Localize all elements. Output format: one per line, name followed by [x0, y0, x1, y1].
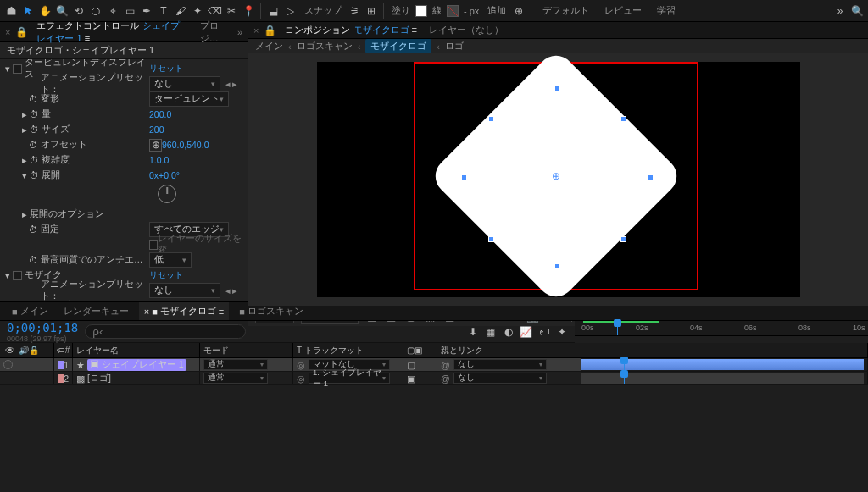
fx1-evolution-value[interactable]: 0x+0.0°	[149, 170, 180, 180]
pen-tool-icon[interactable]: ✒	[139, 3, 154, 19]
layer-row-2[interactable]: 2 ▩ [ロゴ] 通常▾ ◎1. シェイプレイヤー 1▾ ▣ @なし▾	[0, 372, 868, 385]
lock-icon[interactable]: 🔒	[15, 25, 28, 38]
stopwatch-icon[interactable]: ⏱	[30, 170, 39, 180]
label-color[interactable]	[58, 361, 64, 369]
motion-blur-icon[interactable]: ◐	[502, 325, 515, 338]
stamp-tool-icon[interactable]: ✦	[190, 3, 205, 19]
shy-icon[interactable]: ⬇	[466, 325, 479, 338]
matte-icon[interactable]: ◎	[297, 373, 305, 384]
search-icon[interactable]: 🔍	[849, 3, 865, 19]
visibility-toggle[interactable]	[3, 360, 13, 369]
eye-col-icon[interactable]: 👁	[3, 344, 16, 357]
evolution-dial[interactable]	[158, 185, 176, 203]
fill-swatch[interactable]	[415, 5, 427, 17]
col-mode[interactable]: モード	[200, 343, 293, 357]
current-time[interactable]: 0;00;01;18	[7, 321, 78, 334]
track-matte-select[interactable]: 1. シェイプレイヤー 1▾	[309, 373, 390, 384]
add-icon[interactable]: ⊕	[511, 3, 526, 19]
type-tool-icon[interactable]: T	[156, 3, 171, 19]
fx2-preset-select[interactable]: なし▾	[149, 283, 220, 298]
switch-box[interactable]: ▢	[407, 360, 415, 370]
tab-layer-none[interactable]: レイヤー（なし）	[426, 22, 507, 38]
time-ruler[interactable]: 00s 02s 04s 06s 08s 10s	[575, 321, 868, 336]
evolution-options[interactable]: 展開のオプション	[30, 208, 104, 220]
play-icon[interactable]: ▷	[282, 3, 298, 19]
next-icon[interactable]: ▸	[232, 79, 237, 89]
tl-tab-renderqueue[interactable]: レンダーキュー	[58, 302, 134, 320]
fx1-amount-value[interactable]: 200.0	[149, 109, 171, 119]
fx1-offset-value[interactable]: 960.0,540.0	[162, 140, 209, 150]
hand-tool-icon[interactable]: ✋	[37, 3, 53, 19]
workspace-default[interactable]: デフォルト	[536, 3, 596, 19]
blend-mode-select[interactable]: 通常▾	[203, 359, 268, 370]
parent-select[interactable]: なし▾	[453, 373, 547, 384]
draft3d-icon[interactable]: 🏷	[537, 325, 550, 338]
switches-icon[interactable]: ▢▣	[407, 346, 422, 355]
more-icon[interactable]: »	[832, 3, 848, 19]
rect-tool-icon[interactable]: ▭	[122, 3, 137, 19]
blend-mode-select[interactable]: 通常▾	[203, 373, 268, 384]
stopwatch-icon[interactable]: ⏱	[30, 124, 39, 135]
tab-composition[interactable]: コンポジション モザイクロゴ ≡	[281, 22, 420, 38]
handle-br[interactable]	[620, 236, 626, 242]
handle-left[interactable]	[461, 174, 467, 180]
anchor-tool-icon[interactable]: ⌖	[105, 3, 120, 19]
stroke-swatch[interactable]	[447, 5, 459, 17]
fx1-deform-select[interactable]: タービュレント▾	[149, 91, 229, 107]
tl-tab-mosaic[interactable]: × ■ モザイクロゴ ≡	[139, 302, 230, 320]
crumb-mosaic[interactable]: モザイクロゴ	[365, 39, 431, 53]
matte-icon[interactable]: ◎	[297, 360, 305, 370]
crumb-main[interactable]: メイン	[255, 40, 283, 53]
frame-blend-icon[interactable]: ▦	[484, 325, 497, 338]
handle-bl[interactable]	[488, 236, 494, 242]
handle-right[interactable]	[648, 174, 654, 180]
selection-tool-icon[interactable]	[20, 3, 36, 19]
parent-select[interactable]: なし▾	[453, 359, 547, 370]
align-icon[interactable]: ⬓	[265, 3, 281, 19]
crumb-logo[interactable]: ロゴ	[445, 40, 464, 53]
brush-tool-icon[interactable]: 🖌	[173, 3, 188, 19]
col-layer-name[interactable]: レイヤー名	[73, 343, 200, 357]
orbit-tool-icon[interactable]: ⟲	[71, 3, 86, 19]
playhead[interactable]	[617, 321, 618, 335]
stopwatch-icon[interactable]: ⏱	[29, 224, 38, 235]
graph-editor-icon[interactable]: 📈	[520, 325, 532, 338]
panel-more-icon[interactable]: »	[237, 27, 242, 37]
crumb-logoscan[interactable]: ロゴスキャン	[297, 40, 353, 53]
col-track-matte[interactable]: T トラックマット	[293, 343, 403, 357]
stopwatch-icon[interactable]: ⏱	[29, 94, 38, 104]
panel-close-icon[interactable]: ×	[253, 25, 259, 36]
layer-row-1[interactable]: 1 ★ ▣ シェイプレイヤー 1 通常▾ ◎マットなし▾ ▢ @なし▾	[0, 358, 868, 372]
prev-icon[interactable]: ◂	[225, 79, 231, 89]
handle-tl[interactable]	[488, 116, 494, 122]
snap-opts-icon[interactable]: ⚞	[347, 3, 362, 19]
layer-search-input[interactable]	[85, 324, 246, 339]
stopwatch-icon[interactable]: ⏱	[30, 155, 39, 165]
fx1-reset[interactable]: リセット	[149, 63, 183, 75]
grid-icon[interactable]: ⊞	[364, 3, 379, 19]
zoom-tool-icon[interactable]: 🔍	[54, 3, 70, 19]
stopwatch-icon[interactable]: ⏱	[29, 255, 38, 265]
pickwhip-icon[interactable]: @	[441, 373, 450, 384]
home-icon[interactable]	[3, 3, 19, 19]
viewer-stage[interactable]: ⊕	[248, 53, 868, 306]
rotate-tool-icon[interactable]: ⭯	[88, 3, 103, 19]
composition-canvas[interactable]: ⊕	[317, 62, 800, 297]
fx1-size-value[interactable]: 200	[149, 124, 164, 135]
panel-close-icon[interactable]: ×	[5, 27, 10, 37]
anchor-point-icon[interactable]: ⊕	[552, 170, 560, 182]
workspace-review[interactable]: レビュー	[598, 3, 648, 19]
fx1-aa-select[interactable]: 低▾	[149, 252, 192, 268]
eraser-tool-icon[interactable]: ⌫	[207, 3, 222, 19]
col-parent[interactable]: 親とリンク	[437, 343, 581, 357]
render-icon[interactable]: ✦	[555, 325, 568, 338]
workspace-learn[interactable]: 学習	[650, 3, 682, 19]
stopwatch-icon[interactable]: ⏱	[29, 140, 38, 150]
stopwatch-icon[interactable]: ⏱	[30, 109, 39, 119]
stroke-width[interactable]: - px	[464, 6, 479, 16]
next-icon[interactable]: ▸	[232, 285, 237, 296]
handle-bottom[interactable]	[554, 263, 560, 269]
pickwhip-icon[interactable]: @	[441, 360, 450, 370]
switch-box[interactable]: ▣	[407, 373, 415, 384]
prev-icon[interactable]: ◂	[225, 285, 231, 296]
